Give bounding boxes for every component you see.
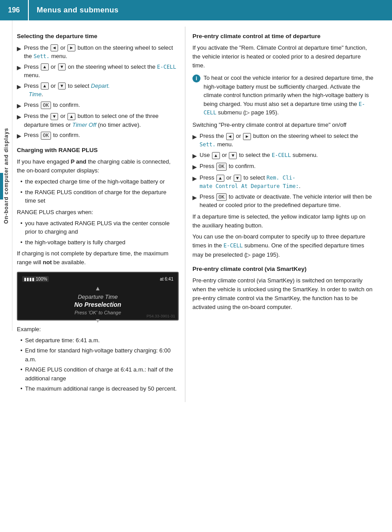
- list-item: • Set departure time: 6:41 a.m.: [20, 336, 179, 345]
- btn-up: ▲: [67, 113, 75, 120]
- screen-top-bar: ▮▮▮▮ 100% at 6:41: [22, 276, 173, 282]
- screen-arrow-up: ▲: [22, 285, 173, 292]
- list-item-text: Press OK to confirm.: [24, 101, 80, 110]
- arrow-marker: ▶: [192, 193, 197, 202]
- switch-list: ▶ Press the ◄ or ► button on the steerin…: [192, 132, 373, 210]
- range-plus-bullets: • you have activated RANGE PLUS via the …: [20, 219, 179, 247]
- btn-right: ►: [243, 133, 251, 140]
- bullet-text: the high-voltage battery is fully charge…: [25, 238, 125, 247]
- btn-up: ▲: [41, 63, 49, 70]
- range-plus-heading: RANGE PLUS charges when:: [17, 208, 179, 217]
- example-bullets: • Set departure time: 6:41 a.m. • End ti…: [20, 336, 179, 393]
- right-column: Pre-entry climate control at time of dep…: [185, 27, 380, 402]
- switch-heading: Switching "Pre-entry climate control at …: [192, 121, 373, 129]
- header-bar: 196 Menus and submenus: [0, 0, 392, 20]
- list-item-text: Press ▲ or ▼ to select Depart. Time.: [24, 82, 110, 99]
- section2-footer: If charging is not complete by departure…: [17, 249, 179, 267]
- list-item: • RANGE PLUS condition of charge at 6:41…: [20, 365, 179, 383]
- arrow-marker: ▶: [17, 132, 21, 141]
- link-timer-off: Timer Off: [72, 121, 96, 128]
- btn-ok: OK: [216, 163, 227, 170]
- list-item-text: Press the ◄ or ► button on the steering …: [200, 132, 373, 149]
- arrow-marker: ▶: [192, 174, 197, 183]
- bullet-text: the RANGE PLUS condition of charge for t…: [25, 188, 179, 205]
- bullet-text: RANGE PLUS condition of charge at 6:41 a…: [25, 365, 179, 383]
- bullet-marker: •: [20, 219, 23, 228]
- section1-heading: Selecting the departure time: [17, 32, 179, 41]
- list-item: ▶ Press the ◄ or ► button on the steerin…: [192, 132, 373, 149]
- list-item: • the expected charge time of the high-v…: [20, 177, 179, 186]
- arrow-marker: ▶: [192, 163, 197, 172]
- btn-ok: OK: [216, 193, 227, 201]
- right-section2-heading: Pre-entry climate control (via SmartKey): [192, 265, 373, 274]
- arrow-marker: ▶: [17, 113, 21, 121]
- btn-up: ▲: [41, 82, 49, 90]
- screen-sub-text: No Preselection: [22, 301, 173, 308]
- content-area: Selecting the departure time ▶ Press the…: [12, 20, 392, 402]
- list-item: ▶ Press OK to confirm.: [17, 131, 179, 141]
- list-item: ▶ Press OK to confirm.: [192, 162, 373, 172]
- right-section1-heading: Pre-entry climate control at time of dep…: [192, 32, 373, 41]
- screen-battery: ▮▮▮▮ 100%: [22, 276, 49, 282]
- arrow-marker: ▶: [192, 152, 197, 160]
- btn-up: ▲: [216, 175, 224, 182]
- list-item: ▶ Use ▲ or ▼ to select the E-CELL submen…: [192, 151, 373, 160]
- bullet-marker: •: [20, 188, 23, 197]
- page-title: Menus and submenus: [37, 6, 119, 15]
- arrow-marker: ▶: [192, 133, 197, 141]
- departure-time-list: ▶ Press the ◄ or ► button on the steerin…: [17, 43, 179, 141]
- btn-down: ▼: [234, 175, 242, 182]
- bullet-text: End time for standard high-voltage batte…: [25, 346, 179, 364]
- car-screen: ▮▮▮▮ 100% at 6:41 ▲ Departure Time No Pr…: [17, 272, 179, 321]
- arrow-marker: ▶: [17, 102, 21, 110]
- link-ecell: E-CELL: [157, 64, 176, 70]
- link-depart-time: Depart. Time: [24, 82, 110, 98]
- btn-ok: OK: [41, 132, 51, 139]
- btn-left: ◄: [51, 44, 59, 51]
- screen-time: at 6:41: [160, 277, 173, 282]
- list-item-text: Press OK to activate or deactivate. The …: [200, 192, 373, 210]
- btn-left: ◄: [226, 133, 234, 140]
- list-item: ▶ Press OK to activate or deactivate. Th…: [192, 192, 373, 210]
- list-item: ▶ Press ▲ or ▼ to select Depart. Time.: [17, 82, 179, 99]
- list-item-text: Press OK to confirm.: [24, 131, 80, 140]
- btn-down: ▼: [51, 113, 59, 120]
- list-item: ▶ Press the ◄ or ► button on the steerin…: [17, 43, 179, 61]
- btn-up: ▲: [212, 152, 220, 159]
- after-switch-para2: You can use the on-board computer to spe…: [192, 232, 373, 259]
- left-column: Selecting the departure time ▶ Press the…: [12, 27, 185, 402]
- bullet-marker: •: [20, 336, 23, 345]
- list-item: • the high-voltage battery is fully char…: [20, 238, 179, 247]
- btn-right: ►: [67, 44, 75, 51]
- link-ecell-r: E-CELL: [272, 152, 291, 158]
- right-section2-para: Pre-entry climate control (via SmartKey)…: [192, 276, 373, 312]
- list-item-text: Press OK to confirm.: [200, 162, 255, 171]
- bullet-text: Set departure time: 6:41 a.m.: [25, 336, 100, 345]
- bullet-text: you have activated RANGE PLUS via the ce…: [25, 219, 179, 236]
- link-ecell-info: E-CELL: [204, 101, 365, 116]
- list-item-text: Press the ◄ or ► button on the steering …: [24, 43, 179, 61]
- section2-heading: Charging with RANGE PLUS: [17, 146, 179, 155]
- link-ecell-p2: E-CELL: [223, 243, 243, 249]
- after-switch-para1: If a departure time is selected, the yel…: [192, 212, 373, 230]
- info-box: i To heat or cool the vehicle interior f…: [192, 74, 373, 117]
- list-item: ▶ Press OK to confirm.: [17, 101, 179, 110]
- list-item: ▶ Press the ▼ or ▲ button to select one …: [17, 112, 179, 129]
- sidebar-blue-bar: [0, 173, 3, 200]
- list-item: • End time for standard high-voltage bat…: [20, 346, 179, 364]
- link-sett: Sett.: [34, 53, 50, 59]
- list-item: • the RANGE PLUS condition of charge for…: [20, 188, 179, 205]
- bullet-marker: •: [20, 384, 23, 393]
- list-item-text: Press ▲ or ▼ on the steering wheel to se…: [24, 63, 179, 80]
- list-item: ▶ Press ▲ or ▼ on the steering wheel to …: [17, 63, 179, 80]
- arrow-marker: ▶: [17, 82, 21, 91]
- bullet-marker: •: [20, 346, 23, 355]
- link-sett-r: Sett.: [200, 141, 216, 148]
- list-item-text: Press ▲ or ▼ to select Rem. Cli-mate Con…: [200, 173, 301, 191]
- bullet-marker: •: [20, 238, 23, 247]
- page-number: 196: [8, 0, 29, 20]
- link-rem-climate: Rem. Cli-mate Control At Departure Time:: [200, 175, 299, 190]
- arrow-marker: ▶: [17, 63, 21, 72]
- btn-down: ▼: [58, 63, 66, 70]
- bullet-marker: •: [20, 177, 23, 186]
